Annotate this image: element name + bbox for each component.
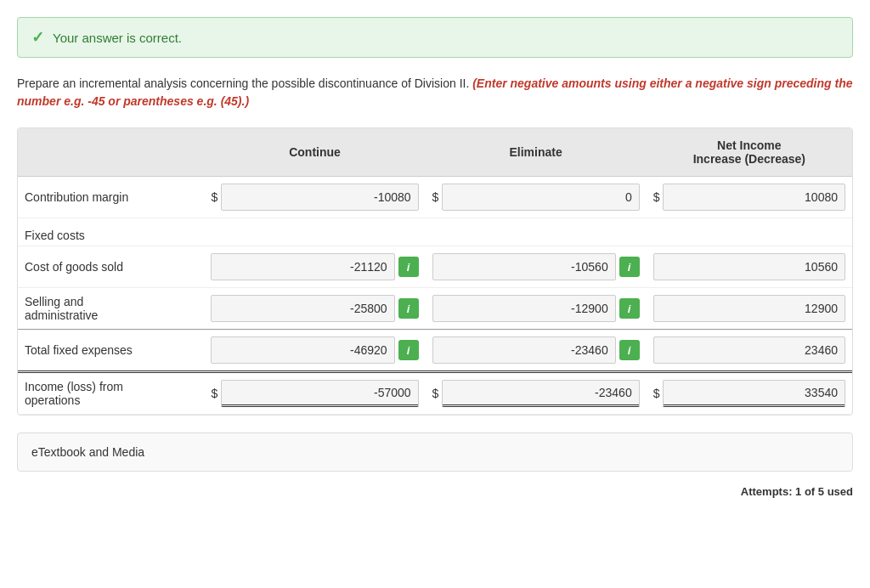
cell-net-selling bbox=[647, 288, 852, 330]
table-row: Selling andadministrative i i bbox=[18, 288, 852, 330]
cell-eliminate-income: $ bbox=[426, 372, 647, 415]
fixed-costs-label: Fixed costs bbox=[18, 218, 852, 246]
instructions: Prepare an incremental analysis concerni… bbox=[17, 75, 853, 110]
cell-net-contribution: $ bbox=[647, 177, 852, 218]
row-label-selling: Selling andadministrative bbox=[18, 288, 204, 330]
dollar-sign: $ bbox=[432, 387, 439, 400]
instructions-main: Prepare an incremental analysis concerni… bbox=[17, 76, 469, 90]
success-message: Your answer is correct. bbox=[53, 31, 182, 45]
table-row: Contribution margin $ $ $ bbox=[18, 177, 852, 218]
info-button-continue-selling[interactable]: i bbox=[398, 298, 419, 319]
info-button-eliminate-cogs[interactable]: i bbox=[619, 257, 640, 277]
dollar-sign: $ bbox=[432, 190, 439, 204]
etextbook-label: eTextbook and Media bbox=[31, 445, 144, 459]
info-button-continue-total-fixed[interactable]: i bbox=[398, 340, 419, 360]
table-row-total: Total fixed expenses i i bbox=[18, 330, 852, 372]
cell-continue-cogs: i bbox=[204, 246, 425, 288]
input-net-total-fixed[interactable] bbox=[653, 336, 845, 364]
row-label-income: Income (loss) fromoperations bbox=[18, 372, 204, 415]
cell-eliminate-cogs: i bbox=[426, 246, 647, 288]
cell-continue-total-fixed: i bbox=[204, 330, 425, 372]
input-eliminate-selling[interactable] bbox=[432, 295, 616, 322]
input-net-cogs[interactable] bbox=[653, 253, 845, 280]
row-label-contribution: Contribution margin bbox=[18, 177, 204, 218]
input-continue-selling[interactable] bbox=[211, 295, 394, 322]
cell-net-total-fixed bbox=[647, 330, 852, 372]
cell-eliminate-total-fixed: i bbox=[426, 330, 647, 372]
input-eliminate-income[interactable] bbox=[442, 380, 639, 407]
dollar-sign: $ bbox=[211, 190, 218, 204]
input-eliminate-total-fixed[interactable] bbox=[432, 336, 616, 364]
input-net-contribution[interactable] bbox=[663, 184, 845, 211]
input-eliminate-cogs[interactable] bbox=[432, 253, 616, 280]
dollar-sign: $ bbox=[653, 387, 660, 400]
cell-eliminate-selling: i bbox=[426, 288, 647, 330]
etextbook-bar[interactable]: eTextbook and Media bbox=[17, 433, 853, 472]
cell-net-cogs bbox=[647, 246, 852, 288]
cell-eliminate-contribution: $ bbox=[426, 177, 647, 218]
info-button-eliminate-selling[interactable]: i bbox=[619, 298, 640, 319]
input-net-income[interactable] bbox=[663, 380, 845, 407]
col-header-continue: Continue bbox=[204, 128, 425, 177]
col-header-label bbox=[18, 128, 204, 177]
input-continue-contribution[interactable] bbox=[221, 184, 418, 211]
col-header-eliminate: Eliminate bbox=[426, 128, 647, 177]
table-row-income: Income (loss) fromoperations $ $ $ bbox=[18, 372, 852, 415]
table-row: Cost of goods sold i i bbox=[18, 246, 852, 288]
cell-net-income: $ bbox=[647, 372, 852, 415]
cell-continue-selling: i bbox=[204, 288, 425, 330]
cell-continue-income: $ bbox=[204, 372, 425, 415]
dollar-sign: $ bbox=[211, 387, 218, 400]
input-net-selling[interactable] bbox=[653, 295, 845, 322]
info-button-eliminate-total-fixed[interactable]: i bbox=[619, 340, 640, 360]
row-label-total-fixed: Total fixed expenses bbox=[18, 330, 204, 372]
input-continue-income[interactable] bbox=[221, 380, 418, 407]
cell-continue-contribution: $ bbox=[204, 177, 425, 218]
row-label-cogs: Cost of goods sold bbox=[18, 246, 204, 288]
col-header-net: Net Income Increase (Decrease) bbox=[647, 128, 852, 177]
attempts-label: Attempts: 1 of 5 used bbox=[17, 485, 853, 498]
table-header-row: Continue Eliminate Net Income Increase (… bbox=[18, 128, 852, 177]
dollar-sign: $ bbox=[653, 190, 660, 204]
input-continue-total-fixed[interactable] bbox=[211, 336, 394, 364]
analysis-table: Continue Eliminate Net Income Increase (… bbox=[17, 127, 853, 416]
success-banner: ✓ Your answer is correct. bbox=[17, 17, 853, 58]
info-button-continue-cogs[interactable]: i bbox=[398, 257, 419, 277]
table-row-section-header: Fixed costs bbox=[18, 218, 852, 246]
input-continue-cogs[interactable] bbox=[211, 253, 394, 280]
checkmark-icon: ✓ bbox=[31, 28, 44, 47]
input-eliminate-contribution[interactable] bbox=[442, 184, 639, 211]
